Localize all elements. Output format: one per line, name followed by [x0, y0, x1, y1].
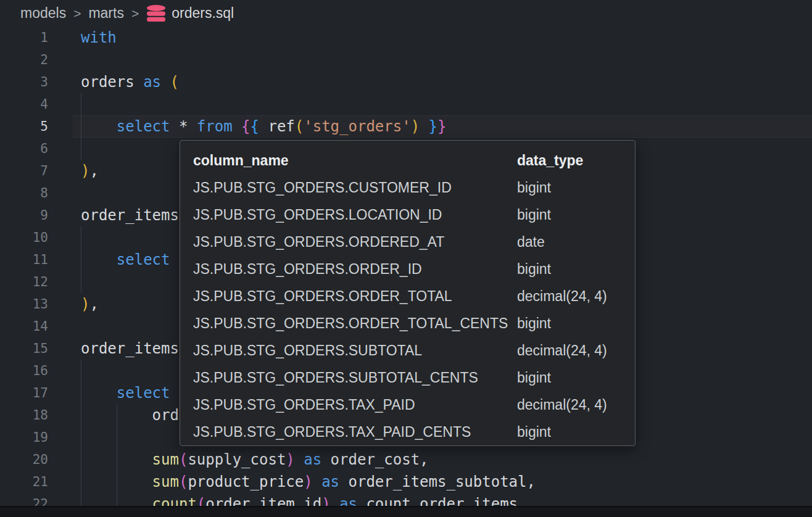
code-text: with	[81, 27, 117, 49]
line-number: 17	[0, 382, 48, 404]
code-text: order_items	[81, 337, 179, 360]
line-number: 5	[0, 115, 48, 138]
code-text: select * from {{ ref('stg_orders') }}	[81, 115, 446, 138]
line-number: 7	[0, 160, 48, 182]
code-text: select	[81, 382, 170, 404]
code-text: ),	[81, 160, 99, 182]
column-name-cell: JS.PUB.STG_ORDERS.LOCATION_ID	[193, 207, 517, 223]
line-number: 8	[0, 182, 48, 204]
data-type-cell: date	[517, 234, 635, 250]
data-type-cell: bigint	[517, 424, 635, 440]
column-name-cell: JS.PUB.STG_ORDERS.SUBTOTAL	[193, 342, 517, 359]
column-name-cell: JS.PUB.STG_ORDERS.ORDERED_AT	[193, 234, 517, 250]
line-number: 10	[0, 226, 48, 249]
tooltip-row: JS.PUB.STG_ORDERS.TAX_PAID_CENTSbigint	[193, 418, 635, 445]
breadcrumb-item-models[interactable]: models	[20, 5, 66, 22]
line-number: 21	[0, 471, 48, 493]
breadcrumb-separator: >	[73, 6, 81, 21]
tooltip-row: JS.PUB.STG_ORDERS.SUBTOTAL_CENTSbigint	[193, 364, 635, 391]
breadcrumb-item-file[interactable]: orders.sql	[146, 5, 234, 22]
tooltip-row: JS.PUB.STG_ORDERS.ORDERED_ATdate	[193, 228, 635, 255]
code-text: orders as (	[81, 71, 179, 93]
data-type-cell: decimal(24, 4)	[517, 288, 635, 305]
line-number: 12	[0, 271, 48, 293]
code-line[interactable]: 3orders as (	[0, 71, 812, 93]
line-number: 9	[0, 204, 48, 226]
line-number: 19	[0, 426, 48, 449]
code-line[interactable]: 21 sum(product_price) as order_items_sub…	[0, 471, 812, 493]
column-name-cell: JS.PUB.STG_ORDERS.CUSTOMER_ID	[193, 180, 517, 196]
column-info-tooltip: column_name data_type JS.PUB.STG_ORDERS.…	[180, 140, 636, 446]
tooltip-row: JS.PUB.STG_ORDERS.ORDER_IDbigint	[193, 255, 635, 283]
line-number: 4	[0, 93, 48, 115]
column-name-header: column_name	[193, 152, 517, 169]
code-text: order_items	[81, 204, 179, 226]
tooltip-row: JS.PUB.STG_ORDERS.CUSTOMER_IDbigint	[193, 174, 635, 201]
line-number: 18	[0, 404, 48, 426]
tooltip-row: JS.PUB.STG_ORDERS.ORDER_TOTAL_CENTSbigin…	[193, 310, 635, 337]
line-number: 13	[0, 293, 48, 315]
code-text: sum(supply_cost) as order_cost,	[81, 449, 429, 471]
tooltip-row: JS.PUB.STG_ORDERS.SUBTOTALdecimal(24, 4)	[193, 337, 635, 364]
tooltip-row: JS.PUB.STG_ORDERS.TAX_PAIDdecimal(24, 4)	[193, 391, 635, 418]
line-number: 2	[0, 49, 48, 71]
column-name-cell: JS.PUB.STG_ORDERS.TAX_PAID_CENTS	[193, 424, 517, 440]
line-number: 14	[0, 315, 48, 337]
data-type-cell: bigint	[517, 180, 635, 196]
code-text: ord	[81, 404, 179, 426]
column-name-cell: JS.PUB.STG_ORDERS.ORDER_ID	[193, 261, 517, 278]
line-number: 16	[0, 360, 48, 382]
code-text: ),	[81, 293, 99, 315]
column-name-cell: JS.PUB.STG_ORDERS.ORDER_TOTAL_CENTS	[193, 315, 517, 332]
tooltip-header-row: column_name data_type	[193, 147, 635, 174]
code-line[interactable]: 5 select * from {{ ref('stg_orders') }}	[0, 115, 812, 138]
line-number: 3	[0, 71, 48, 93]
line-number: 1	[0, 27, 48, 49]
breadcrumb: models > marts > orders.sql	[0, 0, 812, 27]
tooltip-rows: JS.PUB.STG_ORDERS.CUSTOMER_IDbigintJS.PU…	[193, 174, 635, 445]
data-type-cell: bigint	[517, 261, 635, 278]
code-editor[interactable]: 1with23orders as (45 select * from {{ re…	[0, 27, 812, 517]
data-type-cell: decimal(24, 4)	[517, 397, 635, 413]
breadcrumb-item-marts[interactable]: marts	[88, 5, 124, 22]
breadcrumb-separator: >	[131, 6, 139, 21]
data-type-cell: decimal(24, 4)	[517, 342, 635, 359]
line-number: 15	[0, 337, 48, 360]
code-line[interactable]: 1with	[0, 27, 812, 49]
column-name-cell: JS.PUB.STG_ORDERS.TAX_PAID	[193, 397, 517, 413]
line-number: 6	[0, 138, 48, 160]
code-line[interactable]: 4	[0, 93, 812, 115]
code-text: select	[81, 249, 170, 271]
data-type-cell: bigint	[517, 370, 635, 386]
data-type-cell: bigint	[517, 207, 635, 223]
file-name: orders.sql	[172, 5, 234, 22]
code-text: sum(product_price) as order_items_subtot…	[81, 471, 536, 493]
line-number: 11	[0, 249, 48, 271]
database-icon	[146, 5, 166, 22]
tooltip-row: JS.PUB.STG_ORDERS.LOCATION_IDbigint	[193, 201, 635, 228]
code-line[interactable]: 20 sum(supply_cost) as order_cost,	[0, 449, 812, 471]
tooltip-row: JS.PUB.STG_ORDERS.ORDER_TOTALdecimal(24,…	[193, 283, 635, 310]
column-name-cell: JS.PUB.STG_ORDERS.SUBTOTAL_CENTS	[193, 370, 517, 386]
data-type-cell: bigint	[517, 315, 635, 332]
code-line[interactable]: 2	[0, 49, 812, 71]
line-number: 20	[0, 449, 48, 471]
panel-edge	[0, 506, 812, 517]
data-type-header: data_type	[517, 152, 635, 169]
column-name-cell: JS.PUB.STG_ORDERS.ORDER_TOTAL	[193, 288, 517, 305]
